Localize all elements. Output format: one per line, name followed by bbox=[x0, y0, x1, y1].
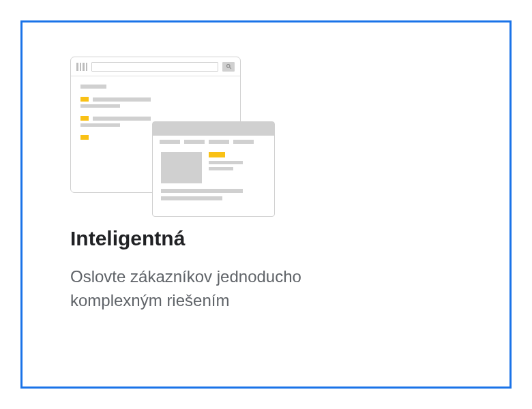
card-title: Inteligentná bbox=[70, 227, 462, 250]
logo-icon bbox=[76, 63, 87, 71]
card-description: Oslovte zákazníkov jednoducho komplexným… bbox=[70, 265, 384, 313]
search-bar-placeholder bbox=[91, 62, 218, 72]
browser-mockup-front bbox=[152, 121, 275, 217]
svg-point-0 bbox=[226, 65, 230, 68]
search-button-icon bbox=[222, 62, 235, 72]
smart-campaign-illustration bbox=[70, 57, 261, 207]
svg-line-1 bbox=[229, 67, 231, 69]
campaign-type-card[interactable]: Inteligentná Oslovte zákazníkov jednoduc… bbox=[20, 20, 512, 389]
